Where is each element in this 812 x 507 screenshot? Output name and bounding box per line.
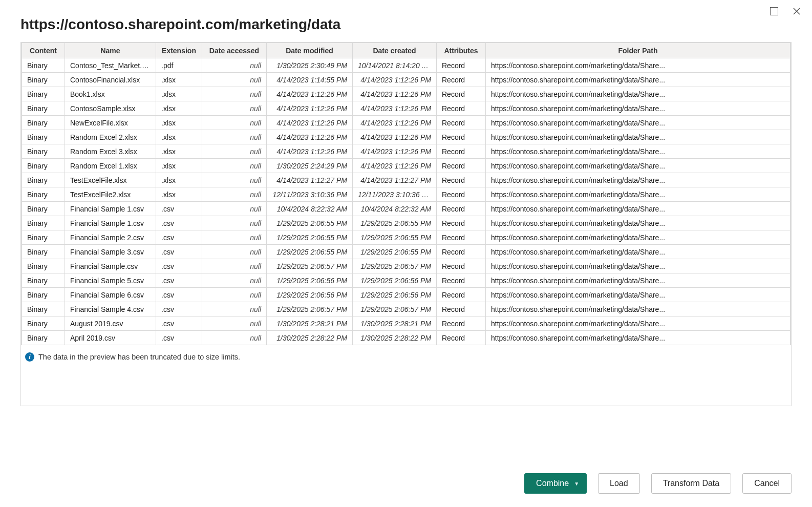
cell-attr: Record bbox=[437, 144, 486, 159]
table-row[interactable]: BinaryBook1.xlsx.xlsxnull4/14/2023 1:12:… bbox=[22, 87, 790, 101]
cell-ext: .csv bbox=[156, 230, 202, 245]
cell-name: Random Excel 3.xlsx bbox=[65, 144, 156, 159]
table-row[interactable]: BinaryFinancial Sample 4.csv.csvnull1/29… bbox=[22, 302, 790, 316]
dialog-footer: Combine ▼ Load Transform Data Cancel bbox=[524, 473, 792, 494]
cell-dateacc: null bbox=[202, 202, 267, 216]
transform-data-button[interactable]: Transform Data bbox=[651, 473, 732, 494]
table-row[interactable]: BinaryTestExcelFile2.xlsx.xlsxnull12/11/… bbox=[22, 187, 790, 202]
info-message: The data in the preview has been truncat… bbox=[38, 353, 240, 361]
cell-datecre: 4/14/2023 1:12:26 PM bbox=[353, 159, 437, 173]
chevron-down-icon: ▼ bbox=[574, 481, 579, 487]
combine-label: Combine bbox=[536, 479, 569, 488]
combine-button[interactable]: Combine ▼ bbox=[524, 473, 587, 494]
table-row[interactable]: BinaryContosoFinancial.xlsx.xlsxnull4/14… bbox=[22, 73, 790, 87]
load-button[interactable]: Load bbox=[598, 473, 640, 494]
cell-datecre: 1/29/2025 2:06:55 PM bbox=[353, 245, 437, 259]
cell-content: Binary bbox=[22, 159, 65, 173]
col-content[interactable]: Content bbox=[22, 43, 65, 58]
col-name[interactable]: Name bbox=[65, 43, 156, 58]
cell-attr: Record bbox=[437, 316, 486, 331]
cell-folder: https://contoso.sharepoint.com/marketing… bbox=[486, 230, 790, 245]
table-row[interactable]: BinaryRandom Excel 2.xlsx.xlsxnull4/14/2… bbox=[22, 130, 790, 144]
maximize-icon[interactable] bbox=[770, 7, 778, 15]
table-row[interactable]: BinaryRandom Excel 1.xlsx.xlsxnull1/30/2… bbox=[22, 159, 790, 173]
cell-name: Financial Sample 4.csv bbox=[65, 302, 156, 316]
cell-content: Binary bbox=[22, 173, 65, 187]
table-row[interactable]: BinaryTestExcelFile.xlsx.xlsxnull4/14/20… bbox=[22, 173, 790, 187]
cell-dateacc: null bbox=[202, 316, 267, 331]
cancel-button[interactable]: Cancel bbox=[742, 473, 792, 494]
cell-name: NewExcelFile.xlsx bbox=[65, 116, 156, 130]
cell-dateacc: null bbox=[202, 159, 267, 173]
cell-datemod: 1/30/2025 2:28:21 PM bbox=[267, 316, 353, 331]
table-row[interactable]: BinaryContoso_Test_Market.pdf.pdfnull1/3… bbox=[22, 58, 790, 73]
cell-dateacc: null bbox=[202, 187, 267, 202]
table-row[interactable]: BinaryRandom Excel 3.xlsx.xlsxnull4/14/2… bbox=[22, 144, 790, 159]
table-row[interactable]: BinaryFinancial Sample 1.csv.csvnull10/4… bbox=[22, 202, 790, 216]
cell-folder: https://contoso.sharepoint.com/marketing… bbox=[486, 116, 790, 130]
close-icon[interactable] bbox=[793, 7, 801, 15]
cell-datemod: 12/11/2023 3:10:36 PM bbox=[267, 187, 353, 202]
cell-dateacc: null bbox=[202, 87, 267, 101]
cell-folder: https://contoso.sharepoint.com/marketing… bbox=[486, 101, 790, 116]
cell-ext: .xlsx bbox=[156, 144, 202, 159]
cell-ext: .csv bbox=[156, 216, 202, 230]
cell-ext: .xlsx bbox=[156, 101, 202, 116]
cell-dateacc: null bbox=[202, 288, 267, 302]
col-date-modified[interactable]: Date modified bbox=[267, 43, 353, 58]
table-row[interactable]: BinaryFinancial Sample 2.csv.csvnull1/29… bbox=[22, 230, 790, 245]
cell-name: August 2019.csv bbox=[65, 316, 156, 331]
table-row[interactable]: BinaryFinancial Sample 6.csv.csvnull1/29… bbox=[22, 288, 790, 302]
cell-name: Financial Sample 5.csv bbox=[65, 273, 156, 288]
col-extension[interactable]: Extension bbox=[156, 43, 202, 58]
cell-attr: Record bbox=[437, 230, 486, 245]
table-row[interactable]: BinaryAugust 2019.csv.csvnull1/30/2025 2… bbox=[22, 316, 790, 331]
cell-datemod: 1/29/2025 2:06:55 PM bbox=[267, 230, 353, 245]
cell-datecre: 10/4/2024 8:22:32 AM bbox=[353, 202, 437, 216]
table-row[interactable]: BinaryContosoSample.xlsx.xlsxnull4/14/20… bbox=[22, 101, 790, 116]
table-row[interactable]: BinaryApril 2019.csv.csvnull1/30/2025 2:… bbox=[22, 331, 790, 345]
cell-content: Binary bbox=[22, 116, 65, 130]
cell-dateacc: null bbox=[202, 216, 267, 230]
cell-folder: https://contoso.sharepoint.com/marketing… bbox=[486, 73, 790, 87]
cell-folder: https://contoso.sharepoint.com/marketing… bbox=[486, 144, 790, 159]
cell-attr: Record bbox=[437, 331, 486, 345]
cell-datemod: 4/14/2023 1:12:27 PM bbox=[267, 173, 353, 187]
cell-datemod: 1/30/2025 2:24:29 PM bbox=[267, 159, 353, 173]
table-row[interactable]: BinaryNewExcelFile.xlsx.xlsxnull4/14/202… bbox=[22, 116, 790, 130]
cell-ext: .pdf bbox=[156, 58, 202, 73]
cell-content: Binary bbox=[22, 316, 65, 331]
cell-folder: https://contoso.sharepoint.com/marketing… bbox=[486, 187, 790, 202]
cell-name: Financial Sample 3.csv bbox=[65, 245, 156, 259]
cell-ext: .csv bbox=[156, 259, 202, 273]
cell-dateacc: null bbox=[202, 58, 267, 73]
cell-datecre: 12/11/2023 3:10:36 PM bbox=[353, 187, 437, 202]
col-attributes[interactable]: Attributes bbox=[437, 43, 486, 58]
table-row[interactable]: BinaryFinancial Sample 5.csv.csvnull1/29… bbox=[22, 273, 790, 288]
cell-name: Random Excel 1.xlsx bbox=[65, 159, 156, 173]
cell-name: April 2019.csv bbox=[65, 331, 156, 345]
cell-ext: .csv bbox=[156, 331, 202, 345]
cell-content: Binary bbox=[22, 187, 65, 202]
cell-datecre: 10/14/2021 8:14:20 AM bbox=[353, 58, 437, 73]
cell-attr: Record bbox=[437, 273, 486, 288]
cell-datemod: 1/29/2025 2:06:55 PM bbox=[267, 216, 353, 230]
cell-folder: https://contoso.sharepoint.com/marketing… bbox=[486, 202, 790, 216]
table-row[interactable]: BinaryFinancial Sample 1.csv.csvnull1/29… bbox=[22, 216, 790, 230]
col-folder-path[interactable]: Folder Path bbox=[486, 43, 790, 58]
col-date-created[interactable]: Date created bbox=[353, 43, 437, 58]
table-row[interactable]: BinaryFinancial Sample 3.csv.csvnull1/29… bbox=[22, 245, 790, 259]
cell-datecre: 1/29/2025 2:06:57 PM bbox=[353, 259, 437, 273]
table-row[interactable]: BinaryFinancial Sample.csv.csvnull1/29/2… bbox=[22, 259, 790, 273]
cell-datemod: 1/29/2025 2:06:56 PM bbox=[267, 273, 353, 288]
cell-attr: Record bbox=[437, 58, 486, 73]
cell-dateacc: null bbox=[202, 259, 267, 273]
col-date-accessed[interactable]: Date accessed bbox=[202, 43, 267, 58]
cell-ext: .csv bbox=[156, 245, 202, 259]
cell-datemod: 1/29/2025 2:06:55 PM bbox=[267, 245, 353, 259]
cell-content: Binary bbox=[22, 101, 65, 116]
cell-attr: Record bbox=[437, 73, 486, 87]
cell-content: Binary bbox=[22, 202, 65, 216]
cell-name: Financial Sample 2.csv bbox=[65, 230, 156, 245]
cell-name: Financial Sample 6.csv bbox=[65, 288, 156, 302]
